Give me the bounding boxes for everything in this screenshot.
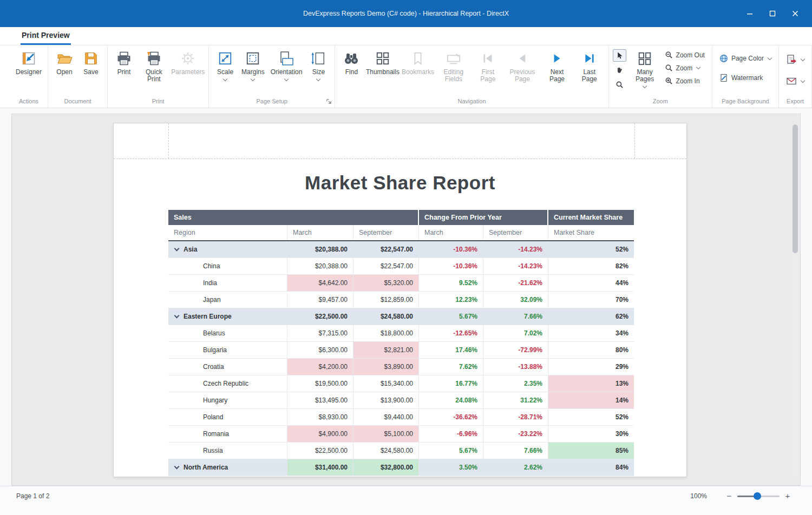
zoom-slider-thumb[interactable] xyxy=(754,492,761,500)
watermark-button[interactable]: Watermark xyxy=(716,72,775,84)
titlebar: DevExpress Reports Demo (C# code) - Hier… xyxy=(0,0,812,27)
hand-tool-button[interactable] xyxy=(613,64,626,76)
table-row: Romania$4,900.00$5,100.00-6.96%-23.22%30… xyxy=(168,426,634,443)
collapse-chevron-icon[interactable] xyxy=(174,246,180,251)
save-button[interactable]: Save xyxy=(78,48,103,77)
zoom-increase-button[interactable]: + xyxy=(783,491,793,500)
table-cell: 24.08% xyxy=(419,392,483,408)
size-button[interactable]: Size xyxy=(306,48,331,82)
open-folder-icon xyxy=(56,49,73,68)
ribbon-group-actions-caption: Actions xyxy=(14,97,44,108)
next-page-button[interactable]: Next Page xyxy=(541,48,573,84)
table-row: China$20,388.00$22,547.00-10.36%-14.23%8… xyxy=(168,258,634,275)
next-page-icon xyxy=(551,49,564,68)
table-cell: $22,547.00 xyxy=(353,258,419,274)
table-cell: 5.67% xyxy=(419,443,483,459)
zoom-button[interactable]: Zoom xyxy=(662,62,708,74)
zoom-in-button[interactable]: Zoom In xyxy=(662,75,708,87)
editing-fields-button[interactable]: Editing Fields xyxy=(436,48,472,84)
zoom-button-column: Zoom Out Zoom Zoom In xyxy=(662,49,708,87)
export-email-button[interactable] xyxy=(783,74,808,88)
vertical-scrollbar[interactable] xyxy=(792,123,798,478)
table-cell: 34% xyxy=(548,325,634,341)
thumbnails-button[interactable]: Thumbnails xyxy=(365,48,400,77)
zoom-decrease-button[interactable]: − xyxy=(724,491,734,500)
region-cell: Japan xyxy=(168,292,287,308)
ribbon: Designer Actions Open Save Document xyxy=(0,45,812,108)
region-cell: Bulgaria xyxy=(168,342,287,358)
last-page-button[interactable]: Last Page xyxy=(574,48,605,84)
print-icon xyxy=(116,49,132,68)
size-icon xyxy=(311,49,326,68)
scrollbar-thumb[interactable] xyxy=(793,124,798,253)
ribbon-group-export: Export xyxy=(779,45,812,108)
table-row: Asia$20,388.00$22,547.00-10.36%-14.23%52… xyxy=(168,241,634,258)
scale-button[interactable]: Scale xyxy=(213,48,238,82)
group-header-market-share: Current Market Share xyxy=(548,210,634,225)
parameters-button[interactable]: Parameters xyxy=(172,48,205,77)
zoom-in-icon xyxy=(665,77,673,85)
table-cell: $20,388.00 xyxy=(287,241,353,258)
margins-icon xyxy=(245,49,260,68)
designer-button[interactable]: Designer xyxy=(14,48,44,77)
table-cell: $24,580.00 xyxy=(353,443,419,459)
table-row: Eastern Europe$22,500.00$24,580.005.67%7… xyxy=(168,308,634,325)
table-cell: $4,900.00 xyxy=(287,426,353,442)
document-area[interactable]: Market Share Report Sales Change From Pr… xyxy=(11,114,801,486)
quick-print-button[interactable]: Quick Print xyxy=(138,48,170,84)
collapse-chevron-icon[interactable] xyxy=(174,313,180,318)
page-color-globe-icon xyxy=(719,54,728,63)
table-cell: $13,495.00 xyxy=(287,392,353,408)
table-cell: -12.65% xyxy=(419,325,483,341)
table-cell: 31.22% xyxy=(483,392,548,408)
open-label: Open xyxy=(56,69,72,76)
table-row: Poland$8,930.00$9,440.00-36.62%-28.71%52… xyxy=(168,409,634,426)
thumbnails-label: Thumbnails xyxy=(366,69,400,76)
column-header-market-share: Market Share xyxy=(548,225,634,240)
minimize-button[interactable] xyxy=(738,0,761,27)
zoom-slider[interactable] xyxy=(737,492,780,500)
table-row: Hungary$13,495.00$13,900.0024.08%31.22%1… xyxy=(168,392,634,409)
table-cell: $4,200.00 xyxy=(287,359,353,375)
open-button[interactable]: Open xyxy=(52,48,77,77)
table-cell: $24,580.00 xyxy=(353,308,419,325)
tab-print-preview[interactable]: Print Preview xyxy=(21,28,71,45)
ribbon-group-zoom-caption: Zoom xyxy=(613,97,708,108)
last-page-icon xyxy=(583,49,596,68)
designer-label: Designer xyxy=(16,69,42,76)
print-button[interactable]: Print xyxy=(112,48,136,77)
find-button[interactable]: Find xyxy=(339,48,364,77)
close-button[interactable] xyxy=(784,0,807,27)
table-row: India$4,642.00$5,320.009.52%-21.62%44% xyxy=(168,275,634,292)
region-cell: Romania xyxy=(168,426,287,442)
column-header-march-change: March xyxy=(419,225,483,240)
first-page-button[interactable]: First Page xyxy=(473,48,503,84)
bookmarks-label: Bookmarks xyxy=(402,69,434,76)
many-pages-button[interactable]: Many Pages xyxy=(630,48,660,89)
maximize-button[interactable] xyxy=(761,0,784,27)
table-cell: -21.62% xyxy=(483,275,548,291)
collapse-chevron-icon[interactable] xyxy=(174,464,180,469)
previous-page-button[interactable]: Previous Page xyxy=(505,48,540,84)
page-color-button[interactable]: Page Color xyxy=(716,52,775,64)
bookmarks-button[interactable]: Bookmarks xyxy=(401,48,434,77)
zoom-in-label: Zoom In xyxy=(676,77,700,85)
table-cell: -6.96% xyxy=(419,426,483,442)
margins-button[interactable]: Margins xyxy=(239,48,267,82)
ribbon-group-print-caption: Print xyxy=(112,97,205,108)
region-cell: Belarus xyxy=(168,325,287,341)
region-cell: Russia xyxy=(168,443,287,459)
orientation-button[interactable]: Orientation xyxy=(269,48,305,82)
chevron-down-icon xyxy=(696,65,700,69)
zoom-out-button[interactable]: Zoom Out xyxy=(662,49,708,61)
ribbon-group-page-background: Page Color Watermark Page Background xyxy=(712,45,779,108)
export-document-button[interactable] xyxy=(783,52,808,67)
page-setup-dialog-launcher-icon[interactable] xyxy=(325,97,332,105)
find-label: Find xyxy=(345,69,358,76)
magnifier-tool-button[interactable] xyxy=(613,78,626,91)
report-page: Market Share Report Sales Change From Pr… xyxy=(114,123,686,477)
pointer-tool-button[interactable] xyxy=(613,49,626,62)
region-label: Czech Republic xyxy=(203,380,248,387)
report-table: Sales Change From Prior Year Current Mar… xyxy=(168,210,634,476)
previous-page-icon xyxy=(516,49,529,68)
